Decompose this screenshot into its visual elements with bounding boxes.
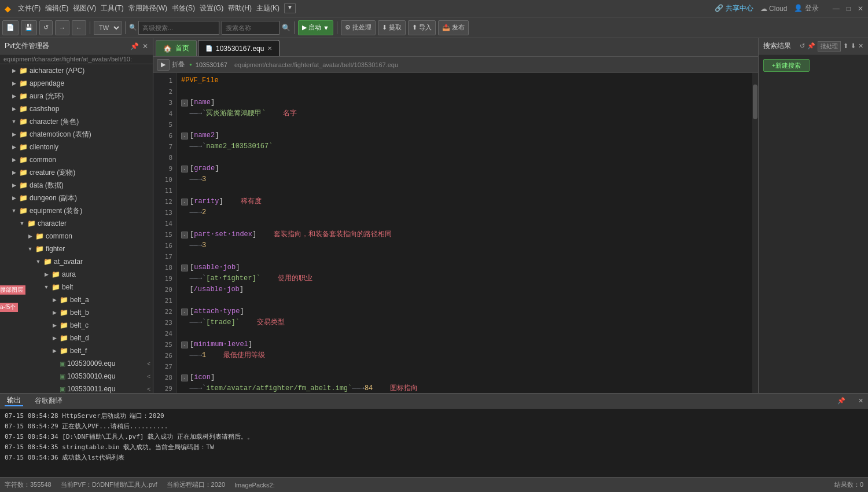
new-search-btn[interactable]: + 新建搜索 (763, 59, 810, 72)
output-line: 07-15 08:54:34 [D:\DNF辅助\工具人.pvf] 载入成功 正… (5, 432, 863, 442)
tree-label: equipment (装备) (30, 206, 153, 216)
tree-item[interactable]: ▶📁belt_c (0, 319, 153, 332)
token-bracket: ] (248, 339, 252, 350)
menu-view[interactable]: 视图(V) (73, 3, 96, 13)
import-label: 导入 (419, 23, 432, 32)
tree-item[interactable]: ▣103530009.equ< (0, 357, 153, 370)
tree-item[interactable]: ▼📁fighter (0, 243, 153, 255)
close-panel-icon[interactable]: ✕ (142, 42, 148, 50)
new-btn[interactable]: 📄 (2, 20, 19, 35)
tree-item[interactable]: ▼📁equipment (装备) (0, 204, 153, 217)
token-arrow: ——→` (181, 317, 206, 328)
tree-item[interactable]: ▶📁dungeon (副本) (0, 192, 153, 204)
tree-item[interactable]: ▶📁common (0, 230, 153, 243)
menu-settings[interactable]: 设置(G) (200, 3, 223, 13)
tree-item[interactable]: ▶📁belt_f (0, 344, 153, 357)
save-btn[interactable]: 💾 (21, 20, 37, 35)
advanced-search-input[interactable] (138, 21, 219, 35)
tab-home[interactable]: 🏠 首页 (156, 40, 197, 56)
refresh-results-icon[interactable]: ↺ (800, 42, 805, 50)
tree-item[interactable]: ▶📁clientonly (0, 141, 153, 153)
tree-item[interactable]: ▣103530010.equ< (0, 370, 153, 383)
fold-btn[interactable]: - (181, 166, 188, 172)
tree-item[interactable]: ▶📁belt_b (0, 306, 153, 319)
menu-theme[interactable]: 主题(K) (256, 3, 279, 13)
menu-bookmarks[interactable]: 书签(S) (172, 3, 195, 13)
close-output-icon[interactable]: ✕ (858, 397, 863, 405)
tree-item[interactable]: ▶📁data (数据) (0, 179, 153, 192)
tree-item[interactable]: ▶📁aura (0, 268, 153, 281)
tree-item[interactable]: ▶📁aicharacter (APC) (0, 64, 153, 77)
fold-toggle-btn[interactable]: ▶ (157, 59, 170, 71)
fold-btn[interactable]: - (181, 133, 188, 139)
name-search-input[interactable] (222, 21, 279, 35)
pin-icon[interactable]: 📌 (130, 42, 139, 50)
code-line: ——→3 (181, 174, 752, 185)
tree-item[interactable]: ▶📁chatemoticon (表情) (0, 128, 153, 141)
close-results-icon[interactable]: ✕ (858, 42, 863, 50)
fold-btn[interactable]: - (181, 199, 188, 205)
fold-btn[interactable]: - (181, 100, 188, 107)
vertical-scrollbar[interactable] (752, 73, 758, 393)
tree-item[interactable]: ▶📁cashshop (0, 102, 153, 115)
export-results-icon[interactable]: ⬆ (843, 42, 848, 50)
char-count: 字符数：355548 (5, 480, 52, 489)
menu-tools[interactable]: 工具(T) (101, 3, 123, 13)
tree-item[interactable]: ▼📁at_avatar (0, 255, 153, 268)
extract-btn[interactable]: ⬇ 提取 (378, 20, 406, 35)
extract-icon: ⬇ (382, 24, 387, 31)
fold-btn[interactable]: - (181, 342, 188, 348)
batch-results-btn[interactable]: 批处理 (818, 41, 841, 52)
menu-help[interactable]: 帮助(H) (228, 3, 252, 13)
output-tab[interactable]: 输出 (5, 395, 23, 406)
tree-item[interactable]: ▶📁creature (宠物) (0, 166, 153, 179)
forward-btn[interactable]: → (55, 20, 69, 35)
encoding-select[interactable]: TW CN (94, 21, 122, 35)
start-btn[interactable]: ▶ 启动 ▼ (298, 20, 333, 35)
import-btn[interactable]: ⬆ 导入 (408, 20, 436, 35)
tab-file[interactable]: 📄 103530167.equ ✕ (198, 40, 279, 56)
menu-extra[interactable]: ▼ (284, 3, 296, 13)
close-btn[interactable]: ✕ (858, 5, 863, 13)
tree-item[interactable]: ▶📁aura (光环) (0, 90, 153, 102)
back-btn[interactable]: ← (72, 20, 86, 35)
tree-item[interactable]: ▶📁common (0, 153, 153, 166)
menu-paths[interactable]: 常用路径(W) (128, 3, 167, 13)
tree-item[interactable]: ▶📁belt_d (0, 332, 153, 344)
share-center[interactable]: 🔗 共享中心 (715, 3, 753, 13)
minimize-btn[interactable]: — (833, 5, 840, 13)
tree-arrow: ▼ (10, 207, 17, 214)
token-arrow: ——→ (181, 207, 202, 218)
fold-btn[interactable]: - (181, 232, 188, 238)
tree-item[interactable]: ▶📁appendage (0, 77, 153, 90)
tree-item[interactable]: ▼📁character (角色) (0, 115, 153, 128)
line-number: 16 (153, 240, 176, 251)
translate-tab[interactable]: 谷歌翻译 (32, 396, 65, 406)
fold-btn[interactable]: - (181, 265, 188, 271)
login-btn[interactable]: 👤 登录 (794, 3, 818, 13)
tree-item[interactable]: ▣103530011.equ< (0, 383, 153, 393)
token-key: grade (194, 163, 215, 174)
menu-file[interactable]: 文件(F) (18, 3, 41, 13)
token-bracket: ] (252, 229, 256, 240)
maximize-btn[interactable]: □ (847, 5, 851, 13)
tree-item[interactable]: ▼📁belt (0, 281, 153, 293)
tree-item[interactable]: ▶📁belt_a (0, 293, 153, 306)
fold-btn[interactable]: - (181, 374, 188, 381)
tree-item[interactable]: ▼📁character (0, 217, 153, 230)
menu-edit[interactable]: 编辑(E) (45, 3, 68, 13)
refresh-btn[interactable]: ↺ (39, 20, 53, 35)
pin-results-icon[interactable]: 📌 (807, 42, 815, 50)
code-line (181, 328, 752, 339)
line-numbers: 1234567891011121314151617181920212223242… (153, 73, 176, 393)
scrollbar-thumb[interactable] (753, 85, 757, 119)
import-results-icon[interactable]: ⬇ (851, 42, 856, 50)
code-content[interactable]: #PVF_File -[name] ——→`冥炎游龍篝鴻腰甲`名字 -[name… (176, 73, 752, 393)
pin-output-icon[interactable]: 📌 (837, 397, 845, 405)
publish-btn[interactable]: 📤 发布 (438, 20, 469, 35)
tab-close-btn[interactable]: ✕ (267, 45, 272, 52)
fold-btn[interactable]: - (181, 309, 188, 315)
remote-port: 当前远程端口：2020 (167, 480, 225, 489)
cloud-btn[interactable]: ☁ Cloud (760, 5, 788, 13)
batch-btn[interactable]: ⚙ 批处理 (341, 20, 376, 35)
